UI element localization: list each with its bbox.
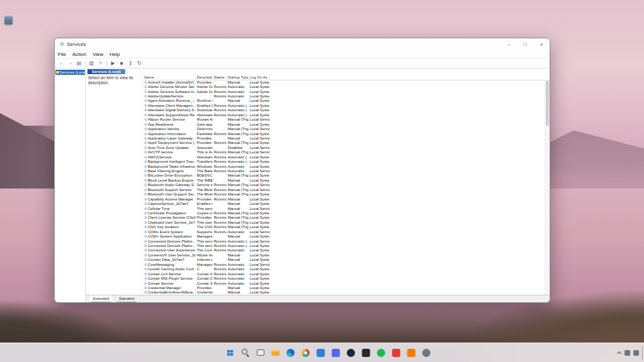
description-pane: Select an item to view its description. (86, 74, 142, 295)
table-row[interactable]: ⚙Client License Service (ClipS...Provide… (143, 216, 545, 220)
table-row[interactable]: ⚙Background Tasks Infrastruc...Windows i… (143, 164, 545, 168)
table-row[interactable]: ⚙Alienware Client Managem...Enables Del.… (143, 103, 545, 107)
table-row[interactable]: ⚙Background Intelligent Tran...Transfers… (143, 159, 545, 163)
chrome-icon[interactable] (299, 347, 311, 359)
table-row[interactable]: ⚙CNG Key IsolationThe CNG ke...RunningMa… (143, 225, 545, 229)
table-row[interactable]: ⚙Corsair LLA ServiceCorsair iCU...Runnin… (143, 272, 545, 276)
service-gear-icon: ⚙ (144, 230, 147, 234)
table-row[interactable]: ⚙Connected Devices Platfor...This servic… (143, 243, 545, 248)
service-gear-icon: ⚙ (144, 202, 147, 206)
column-header-description[interactable]: Description (196, 74, 213, 80)
table-row[interactable]: ⚙Capability Access Manager ...Provides f… (143, 197, 545, 201)
table-row[interactable]: ⚙CredentialEnrollmentMana...Credential E… (143, 290, 545, 295)
table-row[interactable]: ⚙Auto Time Zone UpdaterAutomatica...Disa… (143, 145, 545, 150)
table-row[interactable]: ⚙Connected Devices Platfor...This servic… (143, 239, 545, 243)
table-row[interactable]: ⚙Connected User Experience...The Connec.… (143, 248, 545, 253)
maximize-button[interactable]: □ (517, 38, 533, 50)
service-gear-icon: ⚙ (144, 277, 147, 280)
close-button[interactable]: × (533, 38, 550, 50)
table-row[interactable]: ⚙Credential ManagerProvides se...ManualL… (143, 285, 545, 290)
table-row[interactable]: ⚙Application InformationFacilitates t...… (143, 131, 545, 136)
table-row[interactable]: ⚙Alienware Digital Delivery S...Download… (143, 108, 545, 112)
task-view-icon[interactable] (254, 347, 266, 359)
table-row[interactable]: ⚙Block Level Backup Engine ...The WBENG.… (143, 178, 545, 182)
table-row[interactable]: ⚙Bluetooth Support ServiceThe Blueto...R… (143, 187, 545, 192)
table-row[interactable]: ⚙CaptureService_1b7ae7Enables opti...Man… (143, 201, 545, 206)
table-row[interactable]: ⚙Alljoyn Router ServiceRoutes AllJo...Ma… (143, 118, 545, 122)
table-row[interactable]: ⚙Agent Activation Runtime_...Runtime for… (143, 99, 545, 103)
column-header-startup-type[interactable]: Startup Type (226, 74, 248, 80)
help-button[interactable]: ? (96, 60, 104, 67)
minimize-button[interactable]: – (501, 38, 517, 50)
store-icon[interactable] (314, 347, 326, 359)
table-row[interactable]: ⚙ActiveX Installer (AxInstSV)Provides Us… (143, 80, 545, 84)
table-row[interactable]: ⚙Application IdentityDetermines ...Manua… (143, 126, 545, 131)
table-row[interactable]: ⚙CoreMessagingManages co...RunningAutoma… (143, 262, 545, 266)
column-header-name[interactable]: Name (143, 74, 196, 80)
vertical-scrollbar[interactable] (545, 80, 550, 295)
stop-service-button[interactable]: ■ (118, 60, 126, 67)
table-row[interactable]: ⚙Certificate PropagationCopies user ...R… (143, 211, 545, 215)
forward-button[interactable]: → (66, 60, 74, 67)
table-row[interactable]: ⚙Base Filtering EngineThe Base Fil...Run… (143, 168, 545, 173)
menu-help[interactable]: Help (106, 52, 123, 57)
table-row[interactable]: ⚙Corsair MSI Plugin ServiceCorsair iCU..… (143, 276, 545, 280)
table-row[interactable]: ⚙ConsentUX User Service_1b...Allows the … (143, 253, 545, 257)
menu-file[interactable]: File (55, 52, 69, 57)
console-tree-pane: Services (Local) (55, 69, 86, 302)
recycle-bin-icon[interactable] (4, 16, 13, 25)
menu-action[interactable]: Action (69, 52, 89, 57)
table-row[interactable]: ⚙Adobe Genuine Monitor Ser...Adobe Gen..… (143, 84, 545, 89)
service-gear-icon: ⚙ (144, 211, 147, 215)
discord-icon[interactable] (330, 347, 341, 359)
table-row[interactable]: ⚙Adobe Genuine Software In...Adobe Gen..… (143, 89, 545, 94)
column-header-status[interactable]: Status (213, 74, 226, 80)
table-row[interactable]: ⚙Bluetooth User Support Ser...The Blueto… (143, 192, 545, 197)
table-row[interactable]: ⚙Alienware SupportAssist Re...Alienware … (143, 112, 545, 117)
media-app-icon[interactable] (390, 347, 402, 359)
scrollbar-thumb[interactable] (546, 80, 549, 126)
search-icon[interactable] (239, 347, 251, 359)
tab-extended[interactable]: Extended (88, 295, 114, 302)
table-row[interactable]: ⚙COM+ System ApplicationManages th...Man… (143, 234, 545, 238)
tree-item-services-local[interactable]: Services (Local) (55, 70, 85, 75)
service-gear-icon: ⚙ (144, 188, 147, 192)
table-row[interactable]: ⚙AppX Deployment Service (...Provides in… (143, 141, 545, 145)
export-list-button[interactable]: ▥ (87, 60, 96, 67)
epic-games-icon[interactable] (360, 347, 372, 359)
table-row[interactable]: ⚙Clipboard User Service_1b7...This user … (143, 220, 545, 224)
edge-icon[interactable] (284, 347, 296, 359)
table-row[interactable]: ⚙Corsair ServiceCorsair Serv...RunningAu… (143, 281, 545, 285)
table-row[interactable]: ⚙Bluetooth Audio Gateway S...Service sup… (143, 183, 545, 187)
start-service-button[interactable]: ▶ (109, 60, 117, 67)
creative-app-icon[interactable] (405, 347, 417, 359)
table-row[interactable]: ⚙Application Layer Gateway ...Provides s… (143, 136, 545, 140)
show-console-tree-button[interactable]: ▤ (75, 60, 83, 67)
table-row[interactable]: ⚙Cellular TimeThis service ...ManualLoca… (143, 206, 545, 211)
table-row[interactable]: ⚙Corsair Gaming Audio Conf...CRunningAut… (143, 267, 545, 272)
column-header-log-on-as[interactable]: Log On As (248, 74, 270, 80)
table-row[interactable]: ⚙App ReadinessGets apps re...ManualLocal… (143, 122, 545, 126)
table-row[interactable]: ⚙AWCCServiceAlienware C...RunningAutomat… (143, 155, 545, 159)
tray-volume-icon[interactable] (633, 350, 639, 356)
table-row[interactable]: ⚙BitLocker Drive Encryption ...BDESVC ho… (143, 173, 545, 178)
table-row[interactable]: ⚙Contact Data_1b7ae7Indexes con...Manual… (143, 258, 545, 262)
start-icon[interactable] (224, 347, 236, 359)
restart-service-button[interactable]: ↻ (135, 60, 143, 67)
tray-chevron-up-icon[interactable] (617, 351, 621, 355)
table-row[interactable]: ⚙AVCTP serviceThis is Audi...RunningManu… (143, 150, 545, 155)
settings-icon[interactable] (420, 347, 432, 359)
service-gear-icon: ⚙ (144, 118, 147, 121)
tray-network-icon[interactable] (625, 350, 630, 356)
spotify-icon[interactable] (375, 347, 387, 359)
service-gear-icon: ⚙ (144, 225, 147, 229)
back-button[interactable]: ← (57, 60, 65, 67)
tab-standard[interactable]: Standard (114, 295, 139, 302)
title-bar[interactable]: ⚙ Services – □ × (55, 38, 550, 50)
table-row[interactable]: ⚙COM+ Event SystemSupports Sy...RunningA… (143, 229, 545, 234)
pause-service-button[interactable]: ∥ (126, 60, 135, 67)
file-explorer-icon[interactable] (269, 347, 281, 359)
steam-icon[interactable] (345, 347, 357, 359)
menu-view[interactable]: View (89, 52, 106, 57)
table-row[interactable]: ⚙AdobeUpdateServiceRunningAutomaticLocal… (143, 94, 545, 98)
